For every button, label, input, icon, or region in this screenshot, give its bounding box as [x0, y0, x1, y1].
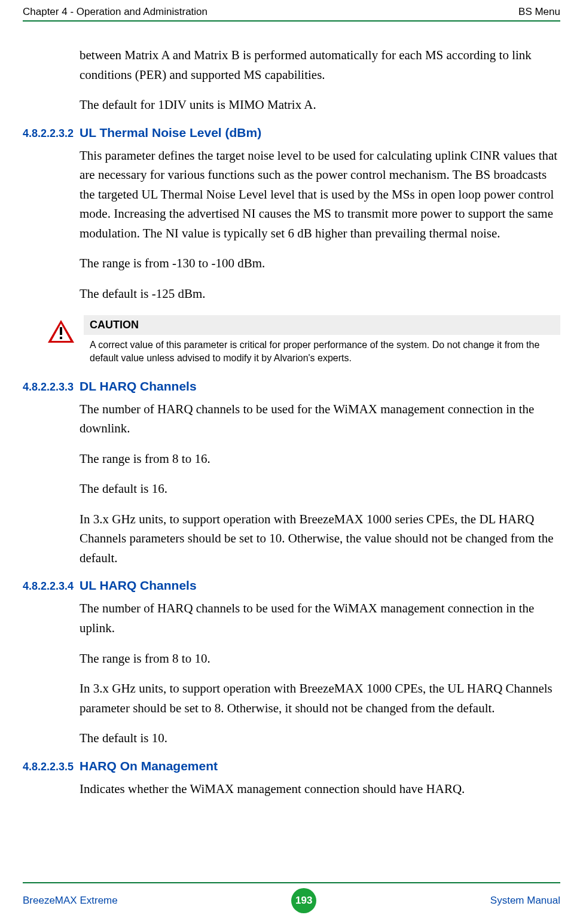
section-heading: 4.8.2.2.3.5 HARQ On Management — [23, 759, 560, 773]
body-text: This parameter defines the target noise … — [80, 146, 560, 243]
page-footer: BreezeMAX Extreme 193 System Manual — [0, 882, 583, 913]
svg-rect-2 — [60, 327, 62, 335]
section-heading: 4.8.2.2.3.3 DL HARQ Channels — [23, 379, 560, 394]
header-left: Chapter 4 - Operation and Administration — [23, 6, 207, 18]
body-text: In 3.x GHz units, to support operation w… — [80, 510, 560, 568]
section-number: 4.8.2.2.3.2 — [23, 127, 80, 140]
section-title: DL HARQ Channels — [80, 379, 197, 394]
body-text: The range is from -130 to -100 dBm. — [80, 254, 560, 273]
footer-row: BreezeMAX Extreme 193 System Manual — [23, 888, 560, 913]
section-number: 4.8.2.2.3.3 — [23, 381, 80, 394]
footer-right: System Manual — [490, 895, 560, 907]
page: Chapter 4 - Operation and Administration… — [0, 0, 583, 924]
body-text: The default is 16. — [80, 479, 560, 499]
caution-body: CAUTION A correct value of this paramete… — [84, 315, 560, 364]
section-title: UL HARQ Channels — [80, 578, 197, 593]
section-title: UL Thermal Noise Level (dBm) — [80, 126, 261, 140]
body-text: In 3.x GHz units, to support operation w… — [80, 679, 560, 718]
header-right: BS Menu — [518, 6, 560, 18]
svg-rect-3 — [60, 337, 62, 339]
body-text: The default for 1DIV units is MIMO Matri… — [80, 95, 560, 115]
section-number: 4.8.2.2.3.4 — [23, 580, 80, 593]
section-heading: 4.8.2.2.3.2 UL Thermal Noise Level (dBm) — [23, 126, 560, 140]
section-title: HARQ On Management — [80, 759, 218, 773]
page-number-badge: 193 — [291, 888, 316, 913]
body-text: The default is -125 dBm. — [80, 284, 560, 304]
caution-callout: CAUTION A correct value of this paramete… — [47, 315, 560, 364]
content-area: between Matrix A and Matrix B is perform… — [23, 22, 560, 833]
body-text: Indicates whether the WiMAX management c… — [80, 779, 560, 799]
caution-heading: CAUTION — [84, 315, 560, 335]
body-text: The number of HARQ channels to be used f… — [80, 599, 560, 638]
footer-rule — [23, 882, 560, 883]
caution-text: A correct value of this parameter is cri… — [84, 339, 560, 364]
section-heading: 4.8.2.2.3.4 UL HARQ Channels — [23, 578, 560, 593]
body-text: between Matrix A and Matrix B is perform… — [80, 45, 560, 84]
page-header: Chapter 4 - Operation and Administration… — [23, 0, 560, 18]
body-text: The number of HARQ channels to be used f… — [80, 400, 560, 438]
footer-left: BreezeMAX Extreme — [23, 895, 118, 907]
body-text: The range is from 8 to 10. — [80, 649, 560, 669]
body-text: The default is 10. — [80, 728, 560, 748]
section-number: 4.8.2.2.3.5 — [23, 761, 80, 773]
caution-icon — [47, 319, 75, 346]
body-text: The range is from 8 to 16. — [80, 449, 560, 469]
